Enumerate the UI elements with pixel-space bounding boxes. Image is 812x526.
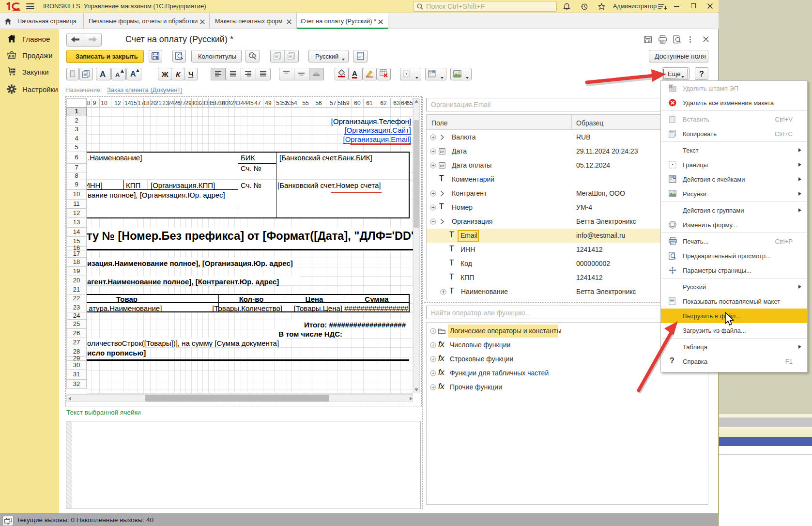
svg-text:R: R <box>674 176 675 179</box>
